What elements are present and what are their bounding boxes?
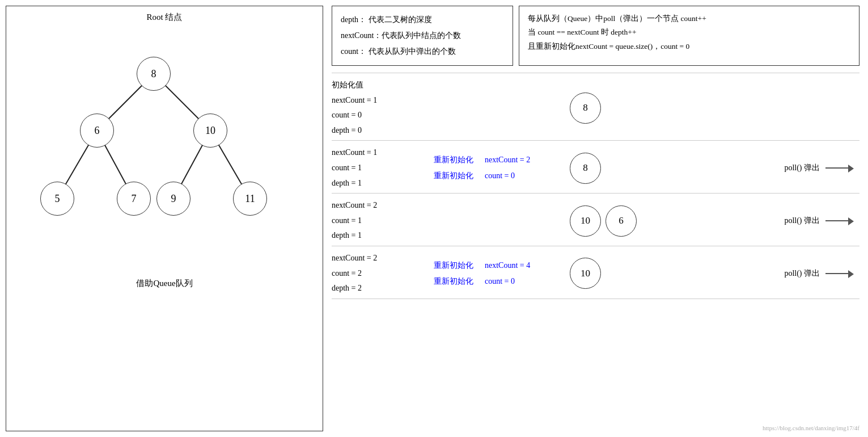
step-row-1: nextCount = 1 count = 1 depth = 1 重新初始化 … [332,141,859,194]
node-9: 9 [156,182,190,216]
step2-var1: nextCount = 2 [332,198,434,213]
step-1-reinit: 重新初始化 重新初始化 nextCount = 2 count = 0 [434,152,558,184]
tree-caption: 借助Queue队列 [12,278,317,289]
step-2-visual: 10 6 [558,205,784,237]
step1-reinit-labels: 重新初始化 重新初始化 [434,152,473,184]
step-3-visual: 10 [558,258,784,289]
step-3-reinit: 重新初始化 重新初始化 nextCount = 4 count = 0 [434,258,558,289]
step-3-poll: poll() 弹出 [784,268,859,279]
step2-var2: count = 1 [332,213,434,229]
node-7: 7 [117,182,151,216]
arrow-right-icon-3 [825,269,854,278]
step0-var1: nextCount = 1 [332,93,434,108]
info-left-line2: nextCount：代表队列中结点的个数 [341,28,504,44]
step1-queue-node-8: 8 [570,153,601,184]
node-11: 11 [233,182,267,216]
step-row-2: nextCount = 2 count = 1 depth = 1 10 6 p… [332,194,859,246]
step-2-vars: nextCount = 2 count = 1 depth = 1 [332,198,434,243]
step-row-3: nextCount = 2 count = 2 depth = 2 重新初始化 … [332,246,859,299]
node-8: 8 [137,57,171,91]
left-panel: Root 结点 8 6 10 5 [6,6,323,431]
info-box-right: 每从队列（Queue）中poll（弹出）一个节点 count++ 当 count… [519,6,859,66]
step-1-visual: 8 [558,153,784,184]
info-right-line3: 且重新初始化nextCount = queue.size()，count = 0 [528,40,850,53]
step0-var3: depth = 0 [332,123,434,138]
arrow-right-icon-2 [825,216,854,225]
step2-var3: depth = 1 [332,228,434,243]
step1-var1: nextCount = 1 [332,145,434,161]
info-right-line2: 当 count == nextCount 时 depth++ [528,26,850,39]
step0-var2: count = 0 [332,108,434,123]
info-left-line3: count： 代表从队列中弹出的个数 [341,44,504,60]
watermark: https://blog.csdn.net/danxing/img17/4f [332,425,859,431]
info-left-line1: depth： 代表二叉树的深度 [341,12,504,28]
step3-reinit-labels: 重新初始化 重新初始化 [434,258,473,289]
step3-var3: depth = 2 [332,281,434,296]
tree-container: 8 6 10 5 7 9 11 [12,28,317,267]
node-6: 6 [80,114,114,148]
step1-reinit-values: nextCount = 2 count = 0 [485,152,530,184]
arrow-right-icon [825,163,854,173]
tree-title: Root 结点 [12,12,317,23]
step-2-poll: poll() 弹出 [784,216,859,226]
step0-var0: 初始化值 [332,78,434,93]
info-boxes: depth： 代表二叉树的深度 nextCount：代表队列中结点的个数 cou… [332,6,859,66]
step3-var2: count = 2 [332,266,434,281]
info-right-line1: 每从队列（Queue）中poll（弹出）一个节点 count++ [528,12,850,26]
node-5: 5 [40,182,74,216]
step-3-vars: nextCount = 2 count = 2 depth = 2 [332,251,434,296]
step2-queue-node-10: 10 [570,205,601,237]
step-1-vars: nextCount = 1 count = 1 depth = 1 [332,145,434,191]
step0-queue-node-8: 8 [570,93,601,124]
step3-queue-node-10: 10 [570,258,601,289]
step3-reinit-values: nextCount = 4 count = 0 [485,258,530,289]
step2-queue-node-6: 6 [606,205,637,237]
right-panel: depth： 代表二叉树的深度 nextCount：代表队列中结点的个数 cou… [329,6,862,431]
step3-var1: nextCount = 2 [332,251,434,266]
step-0-visual: 8 [558,93,859,124]
step-row-0: 初始化值 nextCount = 1 count = 0 depth = 0 8 [332,73,859,141]
step1-var3: depth = 1 [332,176,434,191]
step-1-poll: poll() 弹出 [784,163,859,173]
info-box-left: depth： 代表二叉树的深度 nextCount：代表队列中结点的个数 cou… [332,6,513,66]
step-0-vars: 初始化值 nextCount = 1 count = 0 depth = 0 [332,78,434,138]
node-10: 10 [193,114,227,148]
steps-area: 初始化值 nextCount = 1 count = 0 depth = 0 8… [332,73,859,422]
step1-var2: count = 1 [332,161,434,176]
